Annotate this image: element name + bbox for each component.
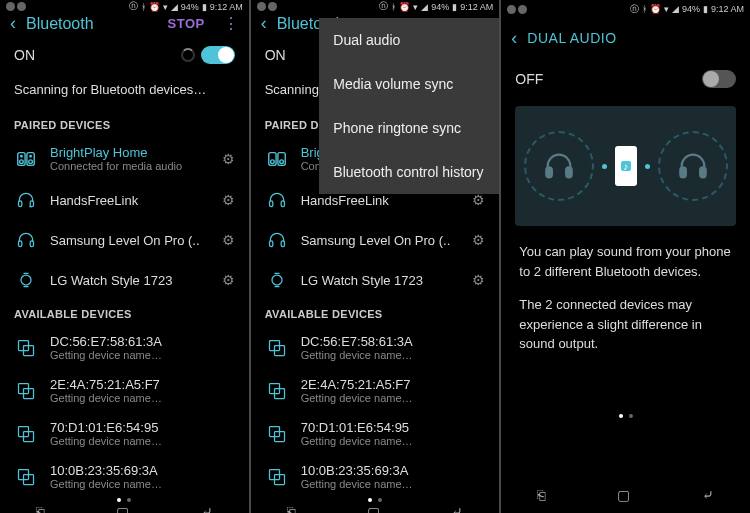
dual-audio-toggle-row[interactable]: OFF — [501, 58, 750, 100]
back-button[interactable]: ⤶ — [451, 504, 463, 513]
recents-button[interactable]: ⎗ — [537, 487, 545, 503]
nfc-icon: ⓝ — [129, 0, 138, 13]
stop-button[interactable]: STOP — [168, 16, 205, 31]
svg-rect-23 — [269, 201, 272, 207]
headphones-icon — [542, 149, 576, 183]
device-name: 70:D1:01:E6:54:95 — [301, 420, 486, 435]
device-name: 10:0B:23:35:69:3A — [301, 463, 486, 478]
svg-rect-39 — [700, 167, 706, 177]
dual-audio-desc-2: The 2 connected devices may experience a… — [501, 293, 750, 366]
available-device[interactable]: 70:D1:01:E6:54:95Getting device name… — [0, 412, 249, 455]
available-device[interactable]: 2E:4A:75:21:A5:F7Getting device name… — [251, 369, 500, 412]
more-icon[interactable]: ⋮ — [223, 14, 239, 33]
available-device[interactable]: DC:56:E7:58:61:3AGetting device name… — [0, 326, 249, 369]
menu-bt-control-history[interactable]: Bluetooth control history — [319, 150, 499, 194]
device-sub: Getting device name… — [50, 435, 235, 447]
recents-button[interactable]: ⎗ — [36, 504, 44, 513]
gear-icon[interactable]: ⚙ — [222, 151, 235, 167]
paired-device[interactable]: LG Watch Style 1723 ⚙ — [251, 260, 500, 300]
paired-device[interactable]: Samsung Level On Pro (.. ⚙ — [0, 220, 249, 260]
available-device[interactable]: 10:0B:23:35:69:3AGetting device name… — [251, 455, 500, 498]
screen-bluetooth-menu: ⓝ ᚼ ⏰ ▾ ◢ 94% ▮ 9:12 AM ‹ Bluetooth ON S… — [251, 0, 500, 513]
paired-device[interactable]: LG Watch Style 1723 ⚙ — [0, 260, 249, 300]
back-button[interactable]: ⤶ — [702, 487, 714, 503]
headset-icon — [265, 188, 289, 212]
svg-rect-37 — [566, 167, 572, 177]
svg-rect-36 — [546, 167, 552, 177]
screen-bluetooth: ⓝ ᚼ ⏰ ▾ ◢ 94% ▮ 9:12 AM ‹ Bluetooth STOP… — [0, 0, 249, 513]
available-header: AVAILABLE DEVICES — [0, 300, 249, 326]
bluetooth-toggle-row[interactable]: ON — [0, 34, 249, 76]
status-bar: ⓝ ᚼ ⏰ ▾ ◢ 94% ▮ 9:12 AM — [0, 0, 249, 13]
battery-icon: ▮ — [452, 2, 457, 12]
device-name: HandsFreeLink — [50, 193, 210, 208]
back-icon[interactable]: ‹ — [261, 13, 267, 34]
screen-dual-audio: ⓝ ᚼ ⏰ ▾ ◢ 94% ▮ 9:12 AM ‹ DUAL AUDIO OFF… — [501, 0, 750, 513]
battery-icon: ▮ — [202, 2, 207, 12]
paired-device[interactable]: HandsFreeLink ⚙ — [0, 180, 249, 220]
available-device[interactable]: 2E:4A:75:21:A5:F7Getting device name… — [0, 369, 249, 412]
nav-bar: ⎗ ▢ ⤶ — [501, 477, 750, 513]
back-button[interactable]: ⤶ — [201, 504, 213, 513]
available-device[interactable]: 70:D1:01:E6:54:95Getting device name… — [251, 412, 500, 455]
svg-rect-8 — [19, 241, 22, 247]
svg-rect-26 — [281, 241, 284, 247]
gear-icon[interactable]: ⚙ — [222, 272, 235, 288]
device-sub: Connected for media audio — [50, 160, 210, 172]
gear-icon[interactable]: ⚙ — [472, 192, 485, 208]
available-device[interactable]: DC:56:E7:58:61:3AGetting device name… — [251, 326, 500, 369]
bluetooth-icon: ᚼ — [141, 2, 146, 12]
home-button[interactable]: ▢ — [367, 504, 380, 513]
gear-icon[interactable]: ⚙ — [472, 232, 485, 248]
battery-pct: 94% — [431, 2, 449, 12]
mirror-icon — [265, 336, 289, 360]
mirror-icon — [14, 465, 38, 489]
svg-rect-7 — [30, 201, 33, 207]
menu-dual-audio[interactable]: Dual audio — [319, 18, 499, 62]
mirror-icon — [14, 336, 38, 360]
available-device[interactable]: 10:0B:23:35:69:3AGetting device name… — [0, 455, 249, 498]
svg-point-27 — [272, 275, 282, 285]
pager — [0, 498, 249, 502]
device-name: DC:56:E7:58:61:3A — [50, 334, 235, 349]
overflow-menu: Dual audio Media volume sync Phone ringt… — [319, 18, 499, 194]
battery-pct: 94% — [682, 4, 700, 14]
home-button[interactable]: ▢ — [116, 504, 129, 513]
page-title: DUAL AUDIO — [527, 30, 740, 46]
speaker-icon — [265, 147, 289, 171]
svg-rect-24 — [281, 201, 284, 207]
signal-icon: ◢ — [672, 4, 679, 14]
nav-bar: ⎗ ▢ ⤶ — [0, 504, 249, 513]
recents-button[interactable]: ⎗ — [287, 504, 295, 513]
toggle-switch[interactable] — [201, 46, 235, 64]
menu-phone-ringtone-sync[interactable]: Phone ringtone sync — [319, 106, 499, 150]
toggle-switch[interactable] — [702, 70, 736, 88]
wifi-icon: ▾ — [664, 4, 669, 14]
dual-audio-illustration — [515, 106, 736, 226]
signal-icon: ◢ — [171, 2, 178, 12]
menu-media-volume-sync[interactable]: Media volume sync — [319, 62, 499, 106]
phone-icon — [615, 146, 637, 186]
device-sub: Getting device name… — [301, 349, 486, 361]
clock: 9:12 AM — [460, 2, 493, 12]
pager — [501, 414, 750, 426]
device-name: 70:D1:01:E6:54:95 — [50, 420, 235, 435]
mirror-icon — [14, 422, 38, 446]
toggle-label: OFF — [515, 71, 543, 87]
back-icon[interactable]: ‹ — [10, 13, 16, 34]
back-icon[interactable]: ‹ — [511, 28, 517, 49]
gear-icon[interactable]: ⚙ — [472, 272, 485, 288]
mirror-icon — [14, 379, 38, 403]
home-button[interactable]: ▢ — [617, 487, 630, 503]
svg-point-5 — [30, 155, 31, 156]
gear-icon[interactable]: ⚙ — [222, 232, 235, 248]
paired-device[interactable]: Samsung Level On Pro (.. ⚙ — [251, 220, 500, 260]
nav-bar: ⎗ ▢ ⤶ — [251, 504, 500, 513]
device-sub: Getting device name… — [301, 435, 486, 447]
connector-dot — [602, 164, 607, 169]
headphones-icon — [14, 228, 38, 252]
paired-device[interactable]: BrightPlay Home Connected for media audi… — [0, 137, 249, 180]
mirror-icon — [265, 379, 289, 403]
nfc-icon: ⓝ — [630, 3, 639, 16]
gear-icon[interactable]: ⚙ — [222, 192, 235, 208]
